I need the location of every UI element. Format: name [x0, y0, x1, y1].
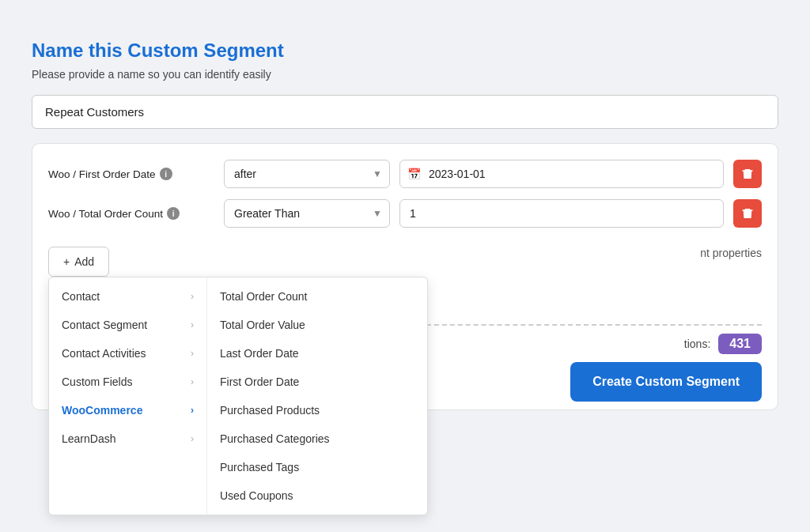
contacts-label: tions:: [684, 338, 710, 350]
menu-item-contact-segment[interactable]: Contact Segment ›: [49, 311, 206, 339]
submenu-item-used-coupons[interactable]: Used Coupons: [207, 481, 389, 510]
arrow-icon-woocommerce: ›: [191, 405, 194, 416]
contacts-row: tions: 431: [684, 334, 762, 354]
contacts-badge: 431: [718, 334, 762, 354]
arrow-icon-contact-segment: ›: [191, 319, 194, 330]
menu-item-contact[interactable]: Contact ›: [49, 282, 206, 311]
menu-item-learndash[interactable]: LearnDash ›: [49, 424, 206, 453]
info-icon-1[interactable]: i: [160, 168, 172, 180]
condition-label-1: Woo / First Order Date i: [48, 168, 214, 180]
submenu-item-purchased-categories[interactable]: Purchased Categories: [207, 424, 389, 453]
submenu-items: Total Order Count Total Order Value Last…: [207, 277, 389, 515]
operator-select-1[interactable]: after before on: [224, 160, 390, 188]
condition-row-2: Woo / Total Order Count i Greater Than L…: [48, 199, 762, 228]
segment-card: Woo / First Order Date i after before on…: [32, 143, 778, 410]
menu-item-contact-activities[interactable]: Contact Activities ›: [49, 339, 206, 368]
nt-properties-label: nt properties: [700, 247, 762, 259]
arrow-icon-custom-fields: ›: [191, 376, 194, 387]
dropdown-menu: Contact › Contact Segment › Contact Acti…: [48, 277, 428, 515]
create-custom-segment-button[interactable]: Create Custom Segment: [570, 362, 762, 402]
arrow-icon-contact: ›: [191, 291, 194, 302]
delete-button-2[interactable]: [733, 199, 762, 228]
bottom-row: + + Add Add Contact › Contact Segment ›: [48, 239, 762, 277]
condition-label-2: Woo / Total Order Count i: [48, 207, 214, 220]
value-input-2[interactable]: [399, 199, 724, 228]
submenu-item-first-order-date[interactable]: First Order Date: [207, 368, 389, 396]
submenu-item-purchased-tags[interactable]: Purchased Tags: [207, 453, 389, 481]
page-subtitle: Please provide a name so you can identif…: [32, 68, 778, 81]
menu-categories: Contact › Contact Segment › Contact Acti…: [49, 277, 207, 515]
menu-item-woocommerce[interactable]: WooCommerce ›: [49, 396, 206, 424]
submenu-item-last-order-date[interactable]: Last Order Date: [207, 339, 389, 368]
submenu-item-total-order-value[interactable]: Total Order Value: [207, 311, 389, 339]
trash-icon-1: [741, 168, 754, 180]
condition-row-1: Woo / First Order Date i after before on…: [48, 160, 762, 188]
segment-name-input[interactable]: [32, 95, 778, 129]
menu-item-custom-fields[interactable]: Custom Fields ›: [49, 368, 206, 396]
plus-icon: +: [63, 255, 70, 268]
page-title: Name this Custom Segment: [32, 40, 778, 62]
arrow-icon-contact-activities: ›: [191, 348, 194, 359]
submenu-item-purchased-products[interactable]: Purchased Products: [207, 396, 389, 424]
operator-select-2[interactable]: Greater Than Less Than Equal To: [224, 199, 390, 228]
operator-select-wrapper-2: Greater Than Less Than Equal To ▼: [224, 199, 390, 228]
submenu-item-total-order-count[interactable]: Total Order Count: [207, 282, 389, 311]
operator-select-wrapper-1: after before on ▼: [224, 160, 390, 188]
trash-icon-2: [741, 207, 754, 220]
info-icon-2[interactable]: i: [167, 207, 180, 220]
date-input-wrapper-1: 📅: [399, 160, 724, 188]
date-input-1[interactable]: [399, 160, 724, 188]
delete-button-1[interactable]: [733, 160, 762, 188]
arrow-icon-learndash: ›: [191, 433, 194, 444]
add-button[interactable]: + + Add Add: [48, 247, 109, 277]
